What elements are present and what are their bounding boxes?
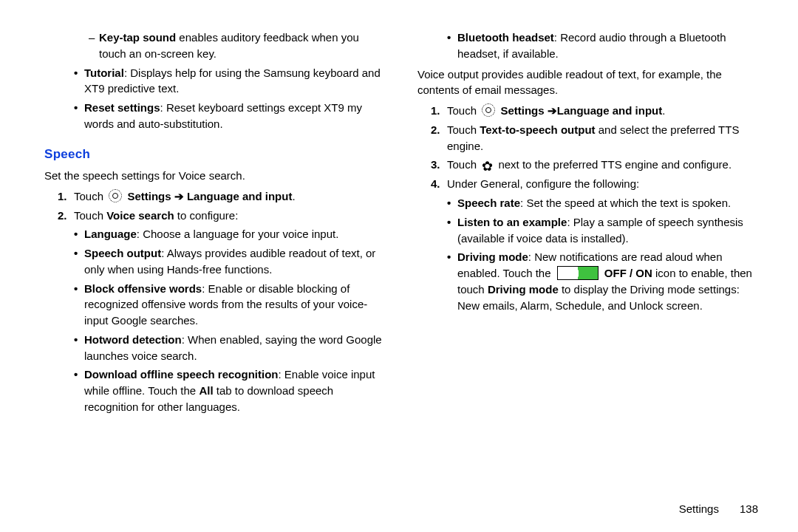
page-footer: Settings 138 <box>44 495 761 517</box>
r-step-4: 4. Under General, configure the followin… <box>417 176 761 192</box>
gen-speech-rate: • Speech rate: Set the speed at which th… <box>417 195 761 211</box>
vs-hotword: • Hotword detection: When enabled, sayin… <box>44 332 388 364</box>
cog-icon: ✿ <box>482 160 493 173</box>
item-reset-settings: • Reset settings: Reset keyboard setting… <box>44 100 388 132</box>
footer-page: 138 <box>740 501 758 517</box>
dash-mark: – <box>89 30 99 46</box>
toggle-off-on-icon <box>557 266 598 280</box>
num-mark: 1. <box>58 188 74 205</box>
vs-speech-output: • Speech output: Always provides audible… <box>44 245 388 278</box>
step-1: 1. Touch Settings ➔ Language and input. <box>44 188 388 205</box>
settings-icon <box>482 103 495 117</box>
r-step-3: 3. Touch ✿ next to the preferred TTS eng… <box>417 157 761 173</box>
bullet-mark: • <box>74 100 84 116</box>
r-step-2: 2. Touch Text-to-speech output and selec… <box>417 122 761 154</box>
vs-download-offline: • Download offline speech recognition: E… <box>44 366 388 415</box>
settings-icon <box>109 189 122 202</box>
page-columns: – Key-tap sound enables auditory feedbac… <box>44 27 761 495</box>
num-mark: 2. <box>58 208 74 224</box>
r-step-1: 1. Touch Settings ➔Language and input. <box>417 103 761 119</box>
voice-output-para: Voice output provides audible readout of… <box>417 66 761 99</box>
item-tutorial: • Tutorial: Displays help for using the … <box>44 65 388 98</box>
vs-language: • Language: Choose a language for your v… <box>44 226 388 242</box>
bullet-mark: • <box>74 65 84 81</box>
item-bluetooth-headset: • Bluetooth headset: Record audio throug… <box>417 30 761 62</box>
speech-intro: Set the speech settings for Voice search… <box>44 168 388 184</box>
column-right: • Bluetooth headset: Record audio throug… <box>417 27 761 495</box>
item-key-tap-sound: – Key-tap sound enables auditory feedbac… <box>44 30 388 62</box>
vs-block-offensive: • Block offensive words: Enable or disab… <box>44 281 388 329</box>
column-left: – Key-tap sound enables auditory feedbac… <box>44 27 388 495</box>
heading-speech: Speech <box>44 146 388 164</box>
step-2: 2. Touch Voice search to configure: <box>44 208 388 224</box>
footer-section: Settings <box>679 501 719 517</box>
gen-driving-mode: • Driving mode: New notifications are re… <box>417 249 761 313</box>
gen-listen-example: • Listen to an example: Play a sample of… <box>417 214 761 247</box>
